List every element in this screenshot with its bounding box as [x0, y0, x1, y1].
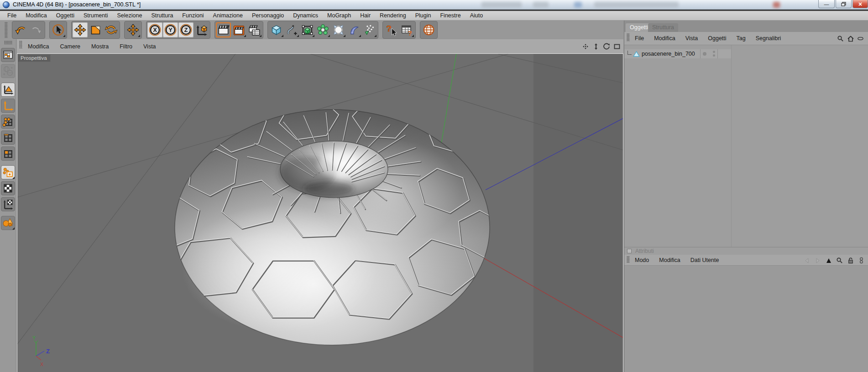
menu-plugin[interactable]: Plugin — [411, 11, 436, 20]
tab-struttura[interactable]: Struttura — [648, 23, 678, 32]
model-mode-button[interactable] — [1, 83, 15, 97]
live-selection-button[interactable] — [51, 22, 66, 37]
visibility-dot-render[interactable] — [713, 54, 715, 57]
rotate-tool-button[interactable] — [104, 22, 119, 37]
vp-menu-vista[interactable]: Vista — [138, 42, 162, 51]
add-spline-button[interactable] — [284, 22, 299, 37]
viewport-grip[interactable] — [19, 41, 22, 48]
texture-axis-mode-button[interactable] — [1, 197, 15, 211]
visibility-dot-editor[interactable] — [713, 51, 715, 53]
axis-x-lock-button[interactable]: X — [147, 22, 162, 37]
palette-grip[interactable] — [4, 41, 12, 44]
make-editable-button[interactable] — [1, 48, 15, 62]
display-filter-button[interactable] — [1, 216, 15, 230]
add-modeling-button[interactable] — [315, 22, 330, 37]
add-generator-button[interactable] — [300, 22, 315, 37]
undo-button[interactable] — [13, 22, 28, 37]
menu-file[interactable]: File — [3, 11, 21, 20]
active-tool-button[interactable] — [125, 22, 141, 37]
toolbar-grip[interactable] — [5, 22, 8, 38]
enable-dot[interactable] — [703, 52, 706, 56]
gizmo-x-label: X — [40, 362, 44, 367]
polygon-mode-button[interactable] — [1, 147, 15, 161]
om-menu-segnalibri[interactable]: Segnalibri — [751, 34, 786, 42]
menu-personaggio[interactable]: Personaggio — [247, 11, 288, 20]
search-icon[interactable] — [837, 35, 844, 42]
render-view-button[interactable] — [216, 22, 231, 37]
om-menu-file[interactable]: File — [630, 34, 649, 42]
menu-mograph[interactable]: MoGraph — [323, 11, 356, 20]
help-button[interactable] — [384, 22, 399, 37]
attributes-checkbox[interactable] — [627, 249, 632, 253]
menu-animazione[interactable]: Animazione — [209, 11, 247, 20]
attr-menu-dati-utente[interactable]: Dati Utente — [685, 256, 724, 264]
online-help-button[interactable] — [421, 22, 436, 37]
om-menu-modifica[interactable]: Modifica — [649, 34, 680, 42]
home-icon[interactable] — [847, 35, 854, 42]
axis-z-lock-button[interactable]: Z — [178, 22, 193, 37]
minimize-button[interactable]: — — [818, 0, 835, 8]
menu-funzioni[interactable]: Funzioni — [178, 11, 208, 20]
attr-menu-modifica[interactable]: Modifica — [654, 256, 685, 264]
pan-view-icon[interactable] — [581, 42, 589, 50]
menu-dynamics[interactable]: Dynamics — [288, 11, 323, 20]
scale-tool-button[interactable] — [88, 22, 103, 37]
render-settings-button[interactable] — [247, 22, 262, 37]
restore-button[interactable] — [836, 0, 852, 8]
texture-mode-button[interactable] — [1, 181, 15, 195]
texture-uv-mode-button[interactable] — [1, 165, 15, 179]
mode-palette — [0, 39, 16, 372]
menu-finestre[interactable]: Finestre — [435, 11, 465, 20]
move-tool-button[interactable] — [73, 22, 88, 37]
add-deformer-button[interactable] — [346, 22, 361, 37]
object-row[interactable]: posacenere_bin_700 — [624, 49, 731, 58]
orbit-view-icon[interactable] — [602, 42, 610, 50]
menu-rendering[interactable]: Rendering — [375, 11, 411, 20]
vp-menu-filtro[interactable]: Filtro — [114, 42, 138, 51]
menu-struttura[interactable]: Struttura — [146, 11, 178, 20]
object-axis-mode-button[interactable] — [1, 99, 15, 113]
history-back-icon[interactable] — [803, 257, 810, 264]
search-icon[interactable] — [836, 257, 843, 264]
filter-eye-icon[interactable] — [857, 35, 864, 42]
menu-oggetti[interactable]: Oggetti — [52, 11, 79, 20]
titlebar: CINEMA 4D (64 Bit) - [posacenere_bin_700… — [0, 0, 868, 10]
content-browser-button[interactable] — [399, 22, 414, 37]
coordinate-system-button[interactable] — [194, 22, 209, 37]
shapes-icon — [2, 217, 14, 229]
object-list[interactable]: posacenere_bin_700 — [624, 45, 868, 247]
view-label[interactable]: Prospettiva — [18, 54, 51, 62]
menu-hair[interactable]: Hair — [356, 11, 375, 20]
om-menu-vista[interactable]: Vista — [680, 34, 703, 42]
lock-icon[interactable] — [847, 257, 854, 264]
edge-mode-button[interactable] — [1, 131, 15, 145]
dolly-view-icon[interactable] — [592, 42, 600, 50]
redo-button[interactable] — [29, 22, 44, 37]
menu-strumenti[interactable]: Strumenti — [79, 11, 113, 20]
point-mode-button[interactable] — [1, 115, 15, 129]
close-button[interactable]: × — [852, 0, 868, 8]
history-forward-icon[interactable] — [814, 257, 821, 264]
render-picture-viewer-button[interactable] — [231, 22, 246, 37]
object-manager-grip[interactable] — [627, 33, 630, 41]
vp-menu-mostra[interactable]: Mostra — [86, 42, 114, 51]
vp-menu-modifica[interactable]: Modifica — [22, 42, 55, 51]
add-light-button[interactable] — [331, 22, 346, 37]
attr-menu-modo[interactable]: Modo — [630, 256, 654, 264]
attributes-grip[interactable] — [627, 256, 630, 263]
axis-y-lock-button[interactable]: Y — [163, 22, 178, 37]
viewport-3d-canvas[interactable]: Y Z X Prospettiva — [17, 53, 623, 372]
svg-text:Z: Z — [184, 27, 188, 33]
add-primitive-button[interactable] — [269, 22, 284, 37]
menu-modifica[interactable]: Modifica — [21, 11, 52, 20]
collapse-triangle-icon[interactable] — [825, 257, 832, 264]
menu-selezione[interactable]: Selezione — [113, 11, 147, 20]
maximize-view-icon[interactable] — [613, 42, 621, 50]
add-particles-button[interactable] — [362, 22, 377, 37]
censored-region — [574, 2, 582, 8]
om-menu-oggetti[interactable]: Oggetti — [703, 34, 731, 42]
om-menu-tag[interactable]: Tag — [732, 34, 751, 42]
menu-aiuto[interactable]: Aiuto — [465, 11, 488, 20]
snapshot-icon[interactable] — [858, 257, 865, 264]
vp-menu-camere[interactable]: Camere — [55, 42, 86, 51]
